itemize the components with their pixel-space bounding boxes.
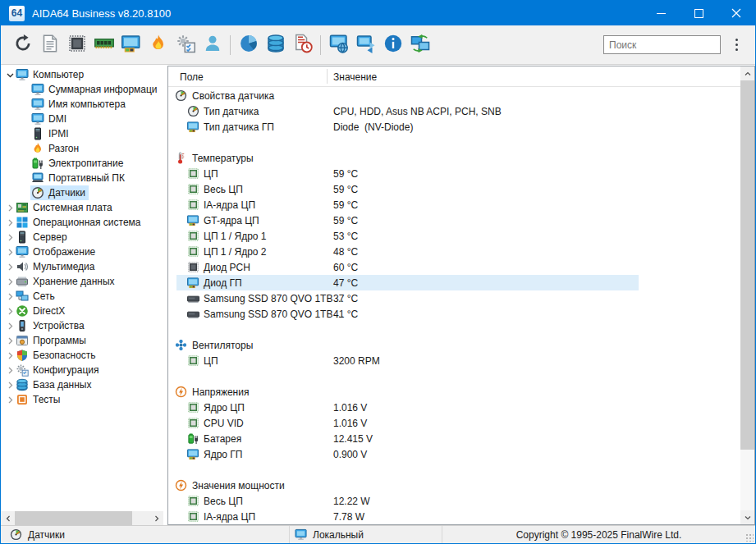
sidebar-item-directx[interactable]: DirectX — [1, 304, 166, 318]
sensor-row[interactable]: Ядро ГП0.900 V — [168, 446, 740, 462]
sidebar-item-электропитание[interactable]: Электропитание — [1, 156, 166, 171]
video-adapter-icon — [121, 34, 141, 56]
chevron-right-icon[interactable] — [5, 263, 15, 271]
sensor-row[interactable]: Тип датчика ГПDiode (NV-Diode) — [168, 119, 740, 135]
overclock-flame-button[interactable] — [144, 31, 172, 59]
chevron-right-icon[interactable] — [5, 367, 15, 374]
report-button[interactable] — [36, 31, 63, 59]
preferences-button[interactable] — [172, 31, 199, 59]
sidebar-item-тесты[interactable]: Тесты — [1, 392, 166, 407]
sidebar-item-dmi[interactable]: DMI — [1, 112, 166, 126]
info-button[interactable] — [379, 31, 406, 59]
close-button[interactable] — [717, 1, 755, 25]
device-icon — [16, 319, 29, 332]
sidebar-item-label: Отображение — [33, 246, 95, 258]
sidebar-item-сервер[interactable]: Сервер — [1, 230, 166, 245]
sidebar-item-ipmi[interactable]: IPMI — [1, 126, 166, 141]
sidebar-item-операционная-система[interactable]: Операционная система — [1, 215, 166, 230]
refresh-button[interactable] — [9, 31, 36, 59]
sensor-row[interactable]: IA-ядра ЦП7.78 W — [168, 509, 740, 524]
sidebar-item-сеть[interactable]: Сеть — [1, 289, 166, 304]
sensor-label: Samsung SSD 870 QVO 1TB ... — [204, 293, 344, 304]
pie-chart-button[interactable] — [235, 31, 262, 59]
sidebar-item-датчики[interactable]: Датчики — [1, 185, 166, 200]
scrollbar-thumb[interactable] — [15, 511, 132, 525]
sidebar-item-системная-плата[interactable]: Системная плата — [1, 200, 166, 215]
sensor-row[interactable]: IA-ядра ЦП59 °C — [168, 197, 740, 213]
sensor-row[interactable]: Ядро ЦП1.016 V — [168, 400, 740, 415]
sidebar-item-мультимедиа[interactable]: Мультимедиа — [1, 259, 166, 274]
chevron-right-icon[interactable] — [5, 382, 15, 389]
sensor-row[interactable]: CPU VID1.016 V — [168, 415, 740, 431]
overflow-menu-button[interactable] — [726, 33, 747, 57]
chevron-right-icon[interactable] — [5, 204, 15, 212]
sensor-row[interactable]: Диод PCH60 °C — [168, 259, 740, 275]
chevron-right-icon[interactable] — [5, 249, 15, 256]
minimize-button[interactable] — [642, 1, 680, 25]
sidebar-item-компьютер[interactable]: Компьютер — [1, 67, 166, 82]
sidebar-item-устройства[interactable]: Устройства — [1, 318, 166, 333]
resize-grip[interactable] — [745, 533, 754, 542]
sensor-row[interactable]: Весь ЦП12.22 W — [168, 493, 740, 509]
field-column-header[interactable]: Поле — [180, 71, 204, 83]
chevron-right-icon[interactable] — [5, 322, 15, 330]
chevron-right-icon[interactable] — [5, 293, 15, 300]
chevron-right-icon[interactable] — [5, 396, 15, 404]
search-input[interactable] — [603, 35, 721, 54]
sensor-row[interactable]: Диод ГП47 °C — [168, 275, 740, 290]
database-button[interactable] — [262, 31, 289, 59]
chevron-right-icon[interactable] — [5, 234, 15, 241]
sidebar-item-хранение-данных[interactable]: Хранение данных — [1, 274, 166, 289]
remote-monitor-button[interactable] — [325, 31, 352, 59]
sensor-row[interactable]: Батарея12.415 V — [168, 431, 740, 446]
content-vertical-scrollbar[interactable] — [740, 66, 754, 524]
chevron-down-icon[interactable] — [5, 71, 15, 79]
sidebar-item-отображение[interactable]: Отображение — [1, 245, 166, 259]
sensor-row[interactable]: ЦП59 °C — [168, 166, 740, 181]
sidebar-item-портативный-пк[interactable]: Портативный ПК — [1, 171, 166, 185]
scroll-up-button[interactable] — [740, 66, 754, 80]
memory-button[interactable] — [90, 31, 117, 59]
remote-control-button[interactable] — [406, 31, 433, 59]
sensor-row[interactable]: Весь ЦП59 °C — [168, 181, 740, 197]
sensor-row[interactable]: GT-ядра ЦП59 °C — [168, 213, 740, 228]
sensor-row[interactable]: Samsung SSD 870 QVO 1TB ...37 °C — [168, 290, 740, 306]
sensor-row[interactable]: Тип датчикаCPU, HDD, Asus NB ACPI, PCH, … — [168, 103, 740, 119]
scroll-down-button[interactable] — [740, 510, 754, 524]
value-column-header[interactable]: Значение — [333, 71, 377, 83]
server-icon — [16, 231, 29, 244]
cpu-button[interactable] — [63, 31, 90, 59]
sidebar-item-безопасность[interactable]: Безопасность — [1, 348, 166, 363]
sidebar-item-label: Имя компьютера — [48, 98, 126, 110]
sensor-row[interactable]: ЦП 1 / Ядро 248 °C — [168, 244, 740, 259]
maximize-button[interactable] — [680, 1, 717, 25]
sensor-row[interactable]: ЦП3200 RPM — [168, 353, 740, 368]
monitor-icon — [31, 112, 44, 126]
report-schedule-button[interactable] — [289, 31, 316, 59]
sidebar-item-база-данных[interactable]: База данных — [1, 377, 166, 392]
chevron-right-icon[interactable] — [5, 278, 15, 286]
chevron-right-icon[interactable] — [5, 352, 15, 359]
cpu-icon — [187, 401, 199, 414]
sidebar-item-конфигурация[interactable]: Конфигурация — [1, 363, 166, 377]
cpu-icon — [187, 510, 199, 523]
scroll-left-button[interactable] — [1, 511, 15, 525]
sensor-row[interactable]: Samsung SSD 870 QVO 1TB ...41 °C — [168, 306, 740, 322]
sidebar-item-имя-компьютера[interactable]: Имя компьютера — [1, 97, 166, 112]
ssd-icon — [187, 292, 199, 304]
scrollbar-thumb[interactable] — [740, 80, 754, 450]
network-share-button[interactable] — [352, 31, 379, 59]
chevron-right-icon[interactable] — [5, 337, 15, 345]
remote-monitor-icon — [329, 34, 349, 56]
sidebar-item-программы[interactable]: Программы — [1, 333, 166, 348]
chevron-right-icon[interactable] — [5, 308, 15, 315]
sensor-row[interactable]: ЦП 1 / Ядро 153 °C — [168, 228, 740, 244]
video-adapter-button[interactable] — [117, 31, 144, 59]
sidebar-item-label: Разгон — [48, 143, 79, 154]
sidebar-item-разгон[interactable]: Разгон — [1, 141, 166, 156]
sidebar-item-суммарная-информаци[interactable]: Суммарная информаци — [1, 82, 166, 97]
scroll-right-button[interactable] — [149, 511, 163, 525]
sidebar-horizontal-scrollbar[interactable] — [1, 511, 163, 525]
chevron-right-icon[interactable] — [5, 219, 15, 226]
user-button[interactable] — [199, 31, 226, 59]
